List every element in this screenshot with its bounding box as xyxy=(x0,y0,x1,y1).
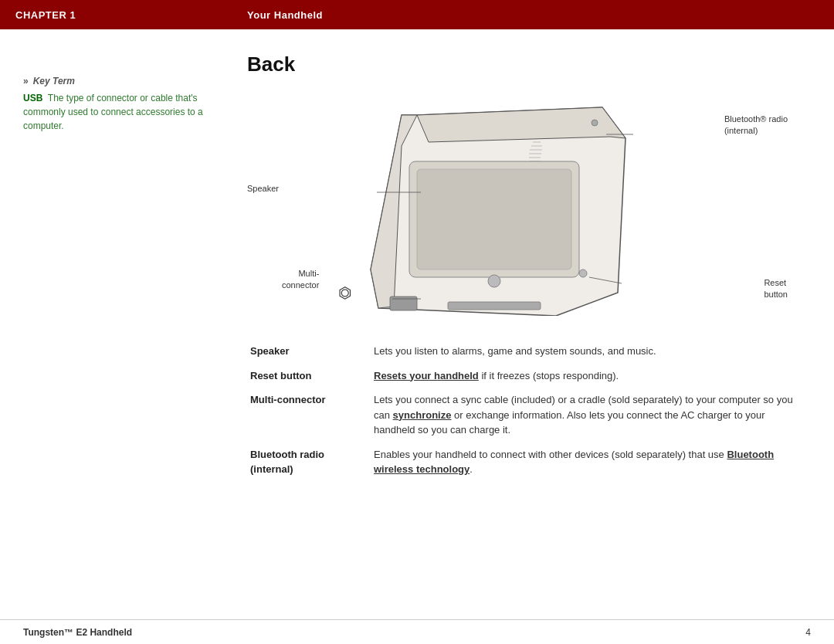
svg-rect-8 xyxy=(417,169,571,269)
footer-page-number: 4 xyxy=(805,627,811,638)
label-speaker: Speaker xyxy=(247,183,279,195)
term-multi: Multi-connector xyxy=(247,388,371,442)
desc-reset: Resets your handheld if it freezes (stop… xyxy=(371,364,803,388)
content-area: Back Speaker Bluetooth® radio (internal)… xyxy=(232,29,834,619)
term-bluetooth: Bluetooth radio(internal) xyxy=(247,442,371,482)
desc-bluetooth: Enables your handheld to connect with ot… xyxy=(371,442,803,482)
descriptions-table: Speaker Lets you listen to alarms, game … xyxy=(247,339,803,482)
header-chapter: CHAPTER 1 xyxy=(15,9,247,21)
label-reset-button: Reset button xyxy=(764,277,788,301)
term-reset: Reset button xyxy=(247,364,371,388)
sidebar: » Key Term USB The type of connector or … xyxy=(0,29,232,619)
svg-point-10 xyxy=(592,120,598,126)
page-header: CHAPTER 1 Your Handheld xyxy=(0,0,834,29)
table-row: Multi-connector Lets you connect a sync … xyxy=(247,388,803,442)
device-diagram: Speaker Bluetooth® radio (internal) Mult… xyxy=(247,92,803,324)
page-title: Back xyxy=(247,53,803,76)
key-term-body: USB The type of connector or cable that'… xyxy=(23,91,216,133)
reset-underline: Resets your handheld xyxy=(374,370,479,381)
key-term-arrows: » xyxy=(23,76,29,86)
svg-point-9 xyxy=(488,275,500,287)
footer-product: Tungsten™ E2 Handheld xyxy=(23,627,132,638)
label-bluetooth: Bluetooth® radio (internal) xyxy=(724,114,788,137)
handheld-illustration xyxy=(309,92,695,316)
main-content: » Key Term USB The type of connector or … xyxy=(0,29,834,619)
table-row: Bluetooth radio(internal) Enables your h… xyxy=(247,442,803,482)
term-speaker: Speaker xyxy=(247,339,371,364)
svg-rect-11 xyxy=(448,302,541,310)
svg-point-12 xyxy=(579,269,587,277)
key-term-header: » Key Term xyxy=(23,76,216,86)
key-term-label: Key Term xyxy=(33,76,75,86)
desc-speaker: Lets you listen to alarms, game and syst… xyxy=(371,339,803,364)
table-row: Speaker Lets you listen to alarms, game … xyxy=(247,339,803,364)
sync-underline: synchronize xyxy=(393,409,452,421)
bluetooth-underline: Bluetooth wireless technology xyxy=(374,449,774,476)
usb-description: The type of connector or cable that's co… xyxy=(23,93,203,131)
header-title: Your Handheld xyxy=(247,9,323,21)
usb-label: USB xyxy=(23,93,42,103)
page-footer: Tungsten™ E2 Handheld 4 xyxy=(0,619,834,644)
desc-multi: Lets you connect a sync cable (included)… xyxy=(371,388,803,442)
usb-symbol-icon: ⏣ xyxy=(338,283,351,302)
table-row: Reset button Resets your handheld if it … xyxy=(247,364,803,388)
